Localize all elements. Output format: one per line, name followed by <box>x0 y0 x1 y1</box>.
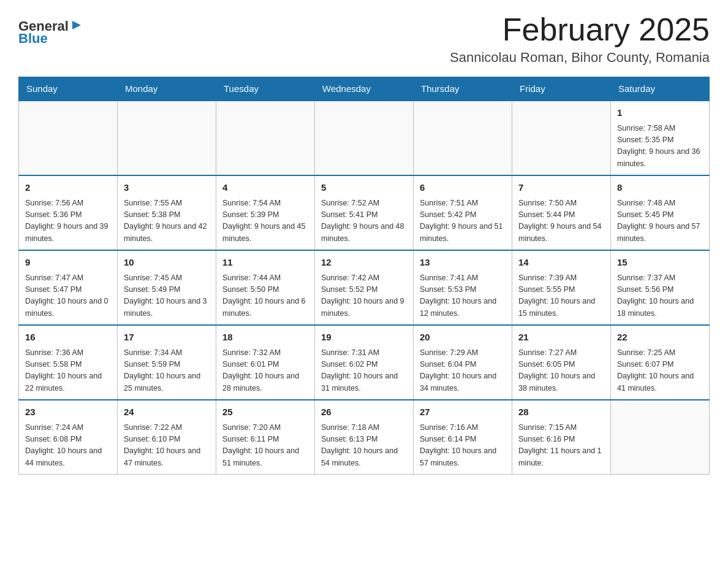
day-info: Sunrise: 7:45 AMSunset: 5:49 PMDaylight:… <box>124 272 210 320</box>
logo-blue: Blue <box>18 31 48 47</box>
day-number: 1 <box>617 106 703 120</box>
day-number: 28 <box>518 405 604 419</box>
day-info: Sunrise: 7:29 AMSunset: 6:04 PMDaylight:… <box>420 347 506 395</box>
calendar-day-cell: 14Sunrise: 7:39 AMSunset: 5:55 PMDayligh… <box>512 250 611 325</box>
calendar-day-header: Sunday <box>19 77 118 101</box>
day-info: Sunrise: 7:39 AMSunset: 5:55 PMDaylight:… <box>518 272 604 320</box>
day-number: 16 <box>25 331 111 345</box>
calendar-day-cell: 10Sunrise: 7:45 AMSunset: 5:49 PMDayligh… <box>118 250 216 325</box>
title-block: February 2025 Sannicolau Roman, Bihor Co… <box>450 12 710 66</box>
calendar-day-cell: 8Sunrise: 7:48 AMSunset: 5:45 PMDaylight… <box>611 175 710 250</box>
calendar-day-header: Saturday <box>611 77 710 101</box>
day-number: 4 <box>222 181 308 195</box>
day-info: Sunrise: 7:18 AMSunset: 6:13 PMDaylight:… <box>321 422 407 470</box>
calendar-day-cell: 6Sunrise: 7:51 AMSunset: 5:42 PMDaylight… <box>414 175 512 250</box>
day-number: 20 <box>420 331 506 345</box>
day-info: Sunrise: 7:20 AMSunset: 6:11 PMDaylight:… <box>222 422 308 470</box>
day-info: Sunrise: 7:34 AMSunset: 5:59 PMDaylight:… <box>124 347 210 395</box>
calendar-day-cell: 18Sunrise: 7:32 AMSunset: 6:01 PMDayligh… <box>216 325 315 400</box>
day-info: Sunrise: 7:16 AMSunset: 6:14 PMDaylight:… <box>420 422 506 470</box>
logo-arrow-icon <box>70 18 83 32</box>
calendar-subtitle: Sannicolau Roman, Bihor County, Romania <box>450 50 710 66</box>
calendar-day-cell: 13Sunrise: 7:41 AMSunset: 5:53 PMDayligh… <box>414 250 512 325</box>
day-number: 26 <box>321 405 407 419</box>
day-info: Sunrise: 7:50 AMSunset: 5:44 PMDaylight:… <box>518 197 604 245</box>
day-info: Sunrise: 7:37 AMSunset: 5:56 PMDaylight:… <box>617 272 703 320</box>
day-info: Sunrise: 7:52 AMSunset: 5:41 PMDaylight:… <box>321 197 407 245</box>
calendar-day-cell: 11Sunrise: 7:44 AMSunset: 5:50 PMDayligh… <box>216 250 315 325</box>
day-number: 10 <box>124 256 210 270</box>
day-info: Sunrise: 7:25 AMSunset: 6:07 PMDaylight:… <box>617 347 703 395</box>
day-info: Sunrise: 7:42 AMSunset: 5:52 PMDaylight:… <box>321 272 407 320</box>
calendar-day-cell: 23Sunrise: 7:24 AMSunset: 6:08 PMDayligh… <box>19 400 118 475</box>
calendar-week-row: 16Sunrise: 7:36 AMSunset: 5:58 PMDayligh… <box>19 325 710 400</box>
calendar-day-cell <box>216 101 315 175</box>
day-number: 15 <box>617 256 703 270</box>
calendar-day-cell: 19Sunrise: 7:31 AMSunset: 6:02 PMDayligh… <box>315 325 414 400</box>
calendar-week-row: 1Sunrise: 7:58 AMSunset: 5:35 PMDaylight… <box>19 101 710 175</box>
day-info: Sunrise: 7:58 AMSunset: 5:35 PMDaylight:… <box>617 123 703 170</box>
calendar-header: SundayMondayTuesdayWednesdayThursdayFrid… <box>19 77 710 101</box>
day-info: Sunrise: 7:32 AMSunset: 6:01 PMDaylight:… <box>222 347 308 395</box>
calendar-day-cell <box>611 400 710 475</box>
calendar-day-cell: 7Sunrise: 7:50 AMSunset: 5:44 PMDaylight… <box>512 175 611 250</box>
day-info: Sunrise: 7:44 AMSunset: 5:50 PMDaylight:… <box>222 272 308 320</box>
calendar-title: February 2025 <box>450 12 710 47</box>
calendar-header-row: SundayMondayTuesdayWednesdayThursdayFrid… <box>19 77 710 101</box>
day-info: Sunrise: 7:55 AMSunset: 5:38 PMDaylight:… <box>124 197 210 245</box>
calendar-day-cell: 20Sunrise: 7:29 AMSunset: 6:04 PMDayligh… <box>414 325 512 400</box>
day-info: Sunrise: 7:31 AMSunset: 6:02 PMDaylight:… <box>321 347 407 395</box>
calendar-day-cell: 2Sunrise: 7:56 AMSunset: 5:36 PMDaylight… <box>19 175 118 250</box>
calendar-day-cell: 4Sunrise: 7:54 AMSunset: 5:39 PMDaylight… <box>216 175 315 250</box>
svg-marker-0 <box>72 21 81 29</box>
calendar-week-row: 2Sunrise: 7:56 AMSunset: 5:36 PMDaylight… <box>19 175 710 250</box>
calendar-week-row: 9Sunrise: 7:47 AMSunset: 5:47 PMDaylight… <box>19 250 710 325</box>
day-number: 14 <box>518 256 604 270</box>
calendar-day-cell: 28Sunrise: 7:15 AMSunset: 6:16 PMDayligh… <box>512 400 611 475</box>
day-info: Sunrise: 7:47 AMSunset: 5:47 PMDaylight:… <box>25 272 111 320</box>
calendar-day-cell: 16Sunrise: 7:36 AMSunset: 5:58 PMDayligh… <box>19 325 118 400</box>
day-number: 8 <box>617 181 703 195</box>
calendar-day-cell: 5Sunrise: 7:52 AMSunset: 5:41 PMDaylight… <box>315 175 414 250</box>
day-info: Sunrise: 7:22 AMSunset: 6:10 PMDaylight:… <box>124 422 210 470</box>
day-info: Sunrise: 7:27 AMSunset: 6:05 PMDaylight:… <box>518 347 604 395</box>
calendar-day-cell: 25Sunrise: 7:20 AMSunset: 6:11 PMDayligh… <box>216 400 315 475</box>
calendar-day-cell: 9Sunrise: 7:47 AMSunset: 5:47 PMDaylight… <box>19 250 118 325</box>
day-number: 9 <box>25 256 111 270</box>
calendar-day-header: Monday <box>118 77 216 101</box>
calendar-day-cell <box>315 101 414 175</box>
page-header: General Blue February 2025 Sannicolau Ro… <box>18 12 710 66</box>
day-info: Sunrise: 7:41 AMSunset: 5:53 PMDaylight:… <box>420 272 506 320</box>
calendar-day-cell <box>118 101 216 175</box>
calendar-day-cell: 15Sunrise: 7:37 AMSunset: 5:56 PMDayligh… <box>611 250 710 325</box>
day-info: Sunrise: 7:15 AMSunset: 6:16 PMDaylight:… <box>518 422 604 470</box>
calendar-table: SundayMondayTuesdayWednesdayThursdayFrid… <box>18 77 710 475</box>
day-info: Sunrise: 7:56 AMSunset: 5:36 PMDaylight:… <box>25 197 111 245</box>
day-number: 19 <box>321 331 407 345</box>
calendar-day-cell: 17Sunrise: 7:34 AMSunset: 5:59 PMDayligh… <box>118 325 216 400</box>
day-number: 24 <box>124 405 210 419</box>
logo: General Blue <box>18 18 83 47</box>
day-number: 25 <box>222 405 308 419</box>
day-number: 23 <box>25 405 111 419</box>
day-number: 22 <box>617 331 703 345</box>
calendar-day-cell <box>414 101 512 175</box>
day-info: Sunrise: 7:51 AMSunset: 5:42 PMDaylight:… <box>420 197 506 245</box>
calendar-day-cell: 21Sunrise: 7:27 AMSunset: 6:05 PMDayligh… <box>512 325 611 400</box>
calendar-day-cell: 27Sunrise: 7:16 AMSunset: 6:14 PMDayligh… <box>414 400 512 475</box>
day-number: 12 <box>321 256 407 270</box>
calendar-day-cell: 12Sunrise: 7:42 AMSunset: 5:52 PMDayligh… <box>315 250 414 325</box>
day-number: 27 <box>420 405 506 419</box>
calendar-day-header: Wednesday <box>315 77 414 101</box>
day-number: 13 <box>420 256 506 270</box>
day-number: 21 <box>518 331 604 345</box>
day-info: Sunrise: 7:54 AMSunset: 5:39 PMDaylight:… <box>222 197 308 245</box>
day-number: 11 <box>222 256 308 270</box>
calendar-day-cell: 3Sunrise: 7:55 AMSunset: 5:38 PMDaylight… <box>118 175 216 250</box>
day-number: 18 <box>222 331 308 345</box>
day-number: 3 <box>124 181 210 195</box>
calendar-body: 1Sunrise: 7:58 AMSunset: 5:35 PMDaylight… <box>19 101 710 475</box>
day-info: Sunrise: 7:48 AMSunset: 5:45 PMDaylight:… <box>617 197 703 245</box>
calendar-week-row: 23Sunrise: 7:24 AMSunset: 6:08 PMDayligh… <box>19 400 710 475</box>
day-number: 5 <box>321 181 407 195</box>
